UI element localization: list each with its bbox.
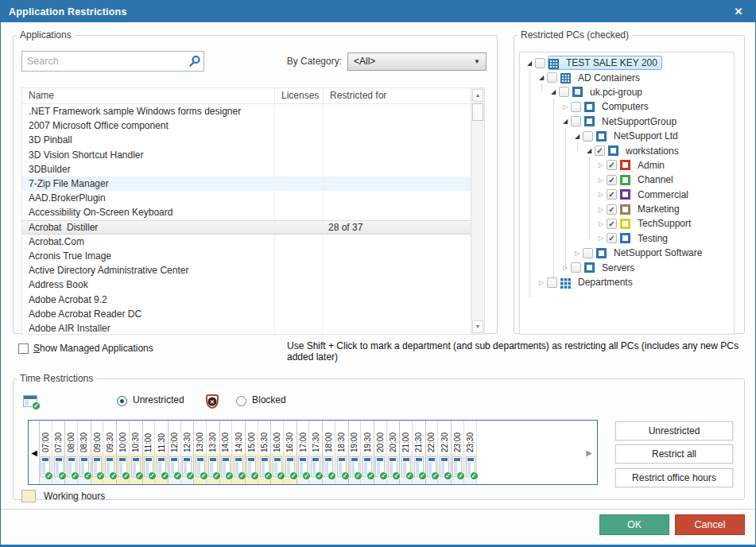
time-slot-1230[interactable]: 12:30✓: [181, 421, 195, 484]
time-slot-1730[interactable]: 17:30✓: [309, 421, 323, 484]
collapse-icon[interactable]: ◢: [537, 74, 546, 81]
tree-checkbox[interactable]: [583, 248, 593, 258]
collapse-icon[interactable]: ◢: [584, 147, 594, 154]
time-slot-1530[interactable]: 15:30✓: [258, 421, 272, 484]
expand-icon[interactable]: ▷: [560, 264, 570, 271]
tree-item-netsupport-software[interactable]: ▷NetSupport Software: [520, 246, 734, 260]
slot-cell[interactable]: ✓: [52, 454, 65, 484]
time-slot-1800[interactable]: 18:00✓: [322, 421, 335, 484]
restrict-office-hours-button[interactable]: Restrict office hours: [615, 468, 733, 487]
tree-item-departments[interactable]: ▷Departments: [520, 275, 734, 289]
table-row[interactable]: Adobe Acrobat 9.2: [22, 292, 471, 306]
tree-item-testing[interactable]: ▷✓Testing: [520, 231, 734, 246]
expand-icon[interactable]: ▷: [596, 206, 606, 213]
slot-cell[interactable]: ✓: [335, 454, 348, 484]
expand-icon[interactable]: ▷: [596, 177, 606, 184]
slot-cell[interactable]: ✓: [438, 454, 451, 484]
slot-cell[interactable]: ✓: [374, 454, 386, 484]
table-row[interactable]: Acronis True Image: [22, 249, 471, 263]
tree-checkbox[interactable]: ✓: [607, 233, 617, 243]
table-row[interactable]: 3DBuilder: [22, 162, 471, 177]
time-slot-1700[interactable]: 17:00✓: [297, 421, 310, 484]
collapse-icon[interactable]: ◢: [572, 133, 582, 140]
slot-cell[interactable]: ✓: [169, 454, 180, 484]
time-slot-2030[interactable]: 20:30✓: [387, 421, 401, 484]
tree-checkbox[interactable]: [571, 102, 581, 112]
tree-item-admin[interactable]: ▷✓Admin: [520, 158, 734, 173]
time-slot-2300[interactable]: 23:00✓: [451, 421, 464, 484]
tree-item-commercial[interactable]: ▷✓Commercial: [520, 188, 734, 202]
time-slot-1000[interactable]: 10:00✓: [116, 421, 130, 484]
column-header-restricted-for[interactable]: Restricted for: [324, 88, 484, 103]
slot-cell[interactable]: ✓: [271, 454, 283, 484]
slot-cell[interactable]: ✓: [207, 454, 219, 484]
slot-cell[interactable]: ✓: [426, 454, 438, 484]
time-slot-0730[interactable]: 07:30✓: [52, 421, 66, 484]
tree-item-computers[interactable]: ▷Computers: [520, 99, 734, 114]
slot-cell[interactable]: ✓: [309, 454, 322, 484]
slot-cell[interactable]: ✓: [323, 454, 335, 484]
tree-item-netsupportgroup[interactable]: ◢NetSupportGroup: [520, 114, 734, 129]
table-row[interactable]: Acrobat Distiller28 of 37: [22, 220, 471, 235]
search-icon[interactable]: [186, 55, 204, 68]
table-row[interactable]: Accessibility On-Screen Keyboard: [22, 205, 471, 219]
table-row[interactable]: 2007 Microsoft Office component: [22, 118, 471, 133]
tree-checkbox[interactable]: ✓: [607, 160, 617, 170]
time-slot-1930[interactable]: 19:30✓: [361, 421, 374, 484]
table-row[interactable]: Adobe AIR Installer: [22, 321, 471, 334]
time-slot-1500[interactable]: 15:00✓: [245, 421, 258, 484]
table-row[interactable]: Active Directory Administrative Center: [22, 263, 471, 277]
time-slot-1300[interactable]: 13:00✓: [193, 421, 207, 484]
scroll-up-button[interactable]: ▲: [472, 89, 483, 102]
column-header-licenses[interactable]: Licenses: [275, 88, 324, 103]
slot-cell[interactable]: ✓: [258, 454, 271, 484]
time-slot-0700[interactable]: 07:00✓: [39, 421, 52, 484]
time-slot-0930[interactable]: 09:30✓: [103, 421, 117, 484]
table-row[interactable]: 7-Zip File Manager: [22, 177, 471, 191]
time-slot-1830[interactable]: 18:30✓: [335, 421, 349, 484]
expand-icon[interactable]: ▷: [537, 279, 546, 286]
column-header-name[interactable]: Name: [22, 88, 275, 103]
slot-cell[interactable]: ✓: [452, 454, 463, 484]
tree-checkbox[interactable]: [547, 277, 557, 288]
close-icon[interactable]: ✕: [730, 6, 747, 17]
blocked-radio[interactable]: [236, 396, 246, 406]
grid-left-arrow[interactable]: ◀: [29, 421, 40, 484]
tree-item-ad-containers[interactable]: ◢AD Containers: [520, 70, 734, 84]
slot-cell[interactable]: ✓: [143, 454, 155, 484]
expand-icon[interactable]: ▷: [596, 235, 606, 242]
slot-cell[interactable]: ✓: [387, 454, 400, 484]
show-managed-checkbox[interactable]: [18, 343, 29, 354]
expand-icon[interactable]: ▷: [596, 191, 606, 198]
table-row[interactable]: AAD.BrokerPlugin: [22, 191, 471, 205]
slot-cell[interactable]: ✓: [413, 454, 425, 484]
slot-cell[interactable]: ✓: [297, 454, 309, 484]
table-row[interactable]: Address Book: [22, 277, 471, 292]
time-slot-2200[interactable]: 22:00✓: [425, 421, 439, 484]
tree-checkbox[interactable]: ✓: [607, 189, 617, 200]
scroll-thumb[interactable]: [472, 103, 483, 121]
restrict-all-button[interactable]: Restrict all: [615, 444, 733, 464]
collapse-icon[interactable]: ◢: [549, 88, 558, 95]
cancel-button[interactable]: Cancel: [675, 514, 745, 535]
tree-item-uk-pci-group[interactable]: ◢uk.pci-group: [520, 85, 734, 99]
category-dropdown[interactable]: <All> ▼: [347, 52, 487, 71]
slot-cell[interactable]: ✓: [103, 454, 116, 484]
time-slot-1630[interactable]: 16:30✓: [284, 421, 297, 484]
scrollbar[interactable]: ▲ ▼: [471, 88, 484, 334]
search-input[interactable]: [22, 56, 186, 67]
slot-cell[interactable]: ✓: [361, 454, 374, 484]
tree-checkbox[interactable]: [547, 72, 557, 83]
slot-cell[interactable]: ✓: [117, 454, 129, 484]
table-row[interactable]: Acrobat.Com: [22, 235, 471, 249]
time-slot-1430[interactable]: 14:30✓: [232, 421, 246, 484]
tree-item-servers[interactable]: ▷Servers: [520, 260, 734, 274]
slot-cell[interactable]: ✓: [65, 454, 77, 484]
time-slot-2130[interactable]: 21:30✓: [413, 421, 426, 484]
expand-icon[interactable]: ▷: [596, 220, 606, 227]
slot-cell[interactable]: ✓: [40, 454, 52, 484]
tree-checkbox[interactable]: [583, 131, 593, 142]
expand-icon[interactable]: ▷: [596, 161, 606, 169]
ok-button[interactable]: OK: [599, 514, 669, 535]
slot-cell[interactable]: ✓: [91, 454, 103, 484]
